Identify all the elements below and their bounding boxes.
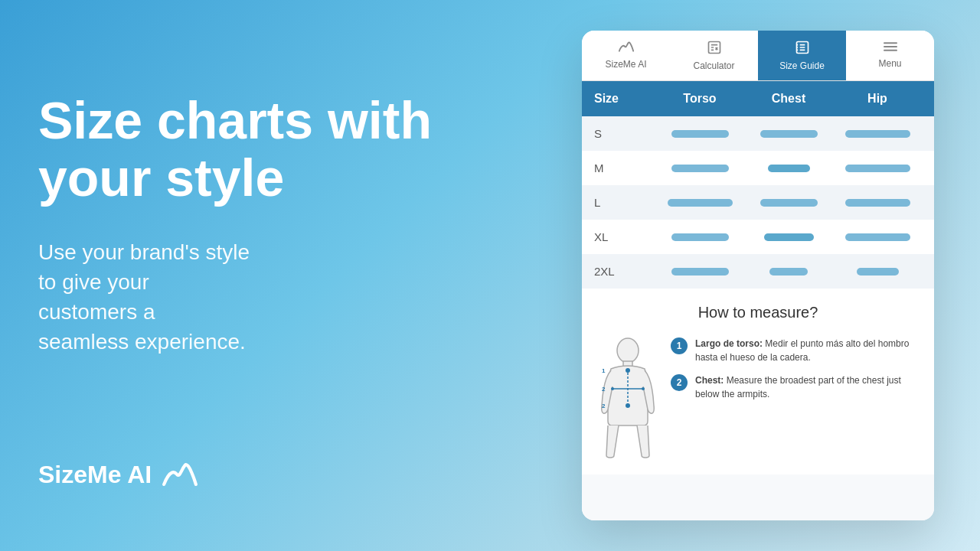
row-label-m: M: [594, 161, 655, 174]
table-row: L: [582, 185, 934, 220]
svg-point-16: [617, 338, 639, 363]
tab-menu[interactable]: Menu: [846, 31, 934, 80]
row-label-s: S: [594, 127, 655, 140]
table-row: XL: [582, 220, 934, 254]
measure-text-1: Largo de torso: Medir el punto más alto …: [695, 337, 919, 364]
bar-torso-l: [668, 199, 733, 207]
sizeme-ai-icon: [618, 40, 635, 56]
bar-chest-xl: [764, 233, 814, 241]
measure-instructions: 1 Largo de torso: Medir el punto más alt…: [671, 337, 919, 401]
size-guide-icon: [795, 40, 810, 57]
bar-cell: [833, 199, 922, 207]
calculator-icon: [707, 40, 722, 57]
bar-cell: [744, 165, 833, 172]
svg-point-25: [642, 387, 645, 390]
svg-text:2: 2: [602, 403, 606, 409]
widget-panel: SizeMe AI Calculator: [582, 31, 934, 520]
main-heading: Size charts with your style: [38, 92, 544, 207]
bar-hip-s: [845, 130, 910, 138]
svg-rect-0: [708, 42, 720, 54]
size-guide-content: Size Torso Chest Hip S M L XL: [582, 81, 934, 520]
table-row: 2XL: [582, 254, 934, 289]
bar-torso-s: [671, 130, 729, 138]
svg-point-18: [626, 368, 630, 373]
measure-item-1: 1 Largo de torso: Medir el punto más alt…: [671, 337, 919, 364]
bar-cell: [833, 268, 922, 276]
menu-icon: [883, 40, 898, 55]
bar-cell: [655, 268, 744, 276]
measure-content: 1 2 2 1 L: [597, 337, 919, 462]
svg-text:2: 2: [602, 386, 606, 393]
header-chest: Chest: [744, 92, 833, 106]
svg-point-21: [626, 403, 630, 408]
row-label-l: L: [594, 196, 655, 209]
bar-cell: [833, 233, 922, 241]
bar-chest-m: [768, 165, 810, 172]
measure-item-2: 2 Chest: Measure the broadest part of th…: [671, 373, 919, 401]
bar-torso-2xl: [671, 268, 729, 276]
header-torso: Torso: [655, 92, 744, 106]
measure-text-2: Chest: Measure the broadest part of the …: [695, 373, 919, 401]
bar-cell: [744, 268, 833, 276]
measure-number-1: 1: [671, 337, 688, 354]
sizeme-logo-icon: [161, 459, 199, 490]
left-section: Size charts with your style Use your bra…: [0, 0, 582, 551]
tab-calculator[interactable]: Calculator: [670, 31, 758, 80]
body-diagram: 1 2 2: [597, 337, 658, 462]
bar-cell: [744, 199, 833, 207]
bar-torso-m: [671, 165, 729, 172]
how-to-title: How to measure?: [597, 304, 919, 321]
tab-size-guide-label: Size Guide: [779, 60, 825, 71]
bar-cell: [655, 130, 744, 138]
bar-chest-s: [760, 130, 818, 138]
tab-sizeme-ai[interactable]: SizeMe AI: [582, 31, 670, 80]
bar-torso-xl: [671, 233, 729, 241]
bar-hip-xl: [845, 233, 910, 241]
bar-cell: [744, 233, 833, 241]
bar-hip-2xl: [857, 268, 899, 276]
bar-hip-m: [845, 165, 910, 172]
logo-area: SizeMe AI: [38, 459, 544, 505]
bar-chest-2xl: [769, 268, 808, 276]
how-to-measure-section: How to measure?: [582, 289, 934, 474]
tab-size-guide[interactable]: Size Guide: [758, 31, 846, 80]
bar-hip-l: [845, 199, 910, 207]
header-hip: Hip: [833, 92, 922, 106]
table-row: S: [582, 116, 934, 151]
table-header: Size Torso Chest Hip: [582, 81, 934, 116]
measure-number-2: 2: [671, 374, 688, 391]
table-row: M: [582, 151, 934, 185]
row-label-2xl: 2XL: [594, 265, 655, 278]
svg-point-24: [611, 387, 614, 390]
logo-text: SizeMe AI: [38, 461, 152, 489]
row-label-xl: XL: [594, 230, 655, 243]
bar-cell: [744, 130, 833, 138]
bar-cell: [655, 165, 744, 172]
bar-cell: [655, 199, 744, 207]
bar-cell: [833, 165, 922, 172]
tab-menu-label: Menu: [878, 58, 901, 69]
tab-calculator-label: Calculator: [693, 60, 734, 71]
tab-bar: SizeMe AI Calculator: [582, 31, 934, 81]
header-size: Size: [594, 92, 655, 106]
bar-cell: [833, 130, 922, 138]
bar-chest-l: [760, 199, 818, 207]
tab-sizeme-ai-label: SizeMe AI: [605, 59, 646, 70]
sub-text: Use your brand's style to give your cust…: [38, 237, 360, 357]
svg-text:1: 1: [602, 367, 606, 374]
bar-cell: [655, 233, 744, 241]
